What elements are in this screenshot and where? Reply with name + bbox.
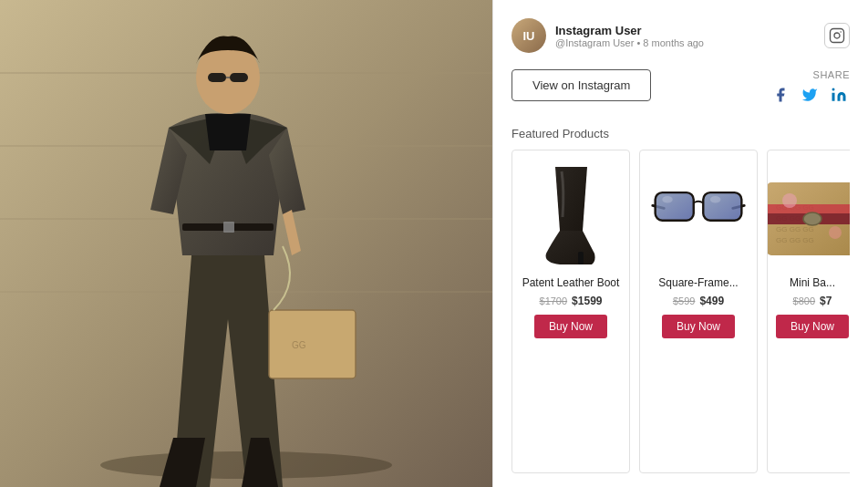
svg-rect-21 xyxy=(578,252,584,264)
avatar: IU xyxy=(512,18,546,53)
product-prices-boot: $1700 $1599 xyxy=(540,295,603,307)
svg-rect-36 xyxy=(767,204,850,213)
svg-text:GG GG GG: GG GG GG xyxy=(776,225,814,233)
product-name-bag: Mini Ba... xyxy=(790,276,835,291)
sale-price-boot: $1599 xyxy=(572,295,602,307)
twitter-share-icon[interactable] xyxy=(799,84,821,106)
facebook-share-icon[interactable] xyxy=(770,84,791,106)
svg-rect-9 xyxy=(230,73,248,82)
svg-text:GG GG GG: GG GG GG xyxy=(776,236,814,244)
svg-text:GG: GG xyxy=(292,340,306,350)
product-card-bag: GG GG GG GG GG GG GG GG GG GG GG GG Mi xyxy=(767,150,850,473)
header-row: View on Instagram SHARE xyxy=(512,69,850,114)
featured-products-label: Featured Products xyxy=(512,127,850,140)
user-info: IU Instagram User @Instagram User • 8 mo… xyxy=(512,18,704,53)
post-header: IU Instagram User @Instagram User • 8 mo… xyxy=(512,18,850,53)
svg-point-17 xyxy=(834,33,840,38)
original-price-bag: $800 xyxy=(793,295,815,306)
handle-time: @Instagram User • 8 months ago xyxy=(555,37,704,48)
svg-rect-19 xyxy=(832,93,835,101)
sale-price-bag: $7 xyxy=(820,295,832,307)
share-section: SHARE xyxy=(770,69,850,106)
svg-rect-24 xyxy=(656,192,694,221)
svg-point-20 xyxy=(832,88,835,91)
sale-price-glasses: $499 xyxy=(699,295,724,307)
product-name-boot: Patent Leather Boot xyxy=(522,276,620,291)
svg-point-39 xyxy=(829,226,842,239)
view-on-instagram-button[interactable]: View on Instagram xyxy=(512,69,651,101)
left-panel: GG xyxy=(0,0,492,487)
buy-now-button-boot[interactable]: Buy Now xyxy=(534,315,607,338)
svg-point-18 xyxy=(840,31,842,33)
product-card-boot: Patent Leather Boot $1700 $1599 Buy Now xyxy=(512,150,630,473)
svg-rect-15 xyxy=(223,222,234,233)
svg-rect-26 xyxy=(703,192,741,221)
original-price-glasses: $599 xyxy=(673,295,695,306)
svg-point-37 xyxy=(803,212,822,225)
username: Instagram User xyxy=(555,24,704,37)
instagram-icon[interactable] xyxy=(824,23,850,48)
linkedin-share-icon[interactable] xyxy=(828,84,850,106)
fashion-photo: GG xyxy=(0,0,492,487)
svg-point-38 xyxy=(782,193,797,208)
svg-rect-11 xyxy=(269,310,356,378)
product-prices-glasses: $599 $499 xyxy=(673,295,724,307)
share-label: SHARE xyxy=(813,69,850,80)
user-text: Instagram User @Instagram User • 8 month… xyxy=(555,24,704,48)
product-image-bag: GG GG GG GG GG GG GG GG GG GG GG GG xyxy=(767,160,850,269)
svg-point-28 xyxy=(662,196,672,203)
product-name-glasses: Square-Frame... xyxy=(658,276,738,291)
svg-rect-16 xyxy=(831,29,844,43)
product-image-glasses xyxy=(648,160,749,269)
product-card-glasses: Square-Frame... $599 $499 Buy Now xyxy=(639,150,758,473)
buy-now-button-bag[interactable]: Buy Now xyxy=(776,315,849,338)
right-panel: IU Instagram User @Instagram User • 8 mo… xyxy=(492,0,868,487)
products-row: Patent Leather Boot $1700 $1599 Buy Now xyxy=(512,150,850,473)
product-prices-bag: $800 $7 xyxy=(793,295,832,307)
product-image-boot xyxy=(521,160,621,269)
svg-rect-8 xyxy=(208,73,226,82)
share-icons xyxy=(770,84,850,106)
original-price-boot: $1700 xyxy=(540,295,568,306)
buy-now-button-glasses[interactable]: Buy Now xyxy=(662,315,735,338)
svg-point-29 xyxy=(710,196,720,203)
